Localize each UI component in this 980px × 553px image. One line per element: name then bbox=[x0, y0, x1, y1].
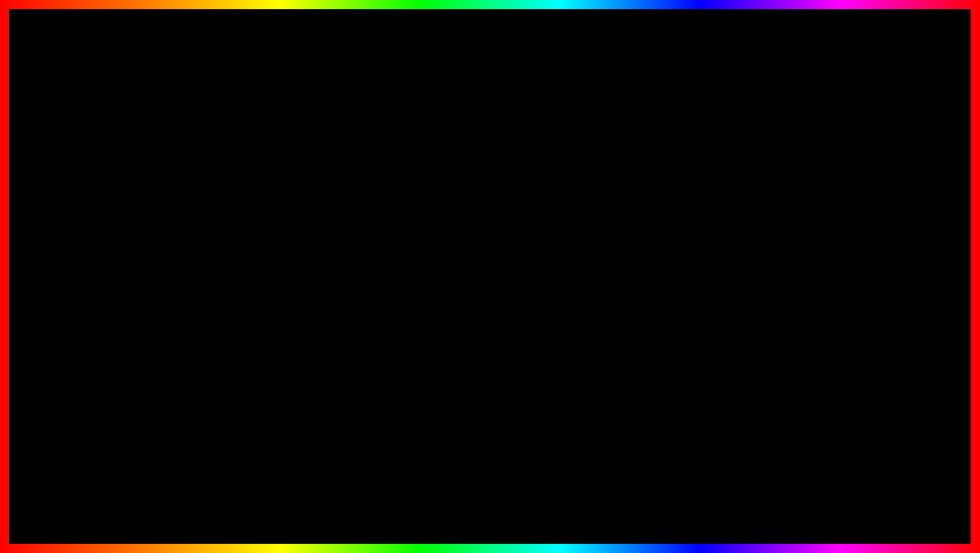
sidebar-item-teleport[interactable]: 📍 Teleport bbox=[47, 200, 102, 225]
spam-chevron: ∧ bbox=[928, 251, 932, 258]
mastery-option-checkbox[interactable]: ✓ bbox=[923, 232, 932, 241]
sidebar-label-v4-upgrade: V4 Upgrade bbox=[59, 266, 89, 272]
left-close-button[interactable]: ✕ bbox=[316, 158, 322, 166]
right-sidebar-main[interactable]: ◇ Main bbox=[656, 172, 711, 197]
right-label-main: Main bbox=[678, 187, 690, 193]
sidebar-item-shop[interactable]: 🛒 Shop bbox=[47, 276, 102, 301]
sword-icon: ⚔️ bbox=[70, 229, 80, 239]
right-sidebar: ◇ Main ▦ Status Server 🏠 Main Farm 📍 Tel… bbox=[656, 168, 712, 408]
teleport-icon: 📍 bbox=[70, 204, 80, 214]
logo-x-text: X bbox=[913, 471, 930, 500]
raid-icon: ⚡ bbox=[70, 331, 80, 340]
main-container: BLOX FRUITS Hirimi Hub X — ✕ 🏠 Main Farm… bbox=[0, 0, 980, 553]
sidebar-item-main-farm[interactable]: 🏠 Main Farm bbox=[47, 175, 102, 200]
right-panel-body: ◇ Main ▦ Status Server 🏠 Main Farm 📍 Tel… bbox=[656, 168, 938, 408]
left-panel-controls: — ✕ bbox=[304, 158, 322, 166]
mastery-option-row[interactable]: Mastery Farm Option ✓ bbox=[718, 227, 932, 246]
farm-selected-label: Farm Selected bbox=[109, 219, 152, 226]
chevron-icon: ∧ bbox=[318, 182, 323, 189]
main-title: BLOX FRUITS bbox=[0, 15, 980, 99]
right-label-webhook: Webhook bbox=[672, 363, 695, 369]
item2-badge: Material bbox=[198, 258, 216, 263]
sidebar-label-shop: Shop bbox=[68, 291, 81, 297]
logo-fruits-text: FRUITS bbox=[846, 500, 939, 528]
sidebar-label-raid: Raid bbox=[69, 342, 80, 348]
right-label-shop: Shop bbox=[677, 338, 691, 344]
right-sidebar-webhook[interactable]: 🔗 Webhook bbox=[656, 348, 711, 373]
right-sidebar-upgrade[interactable]: ⚔️ Upgrade Weapon bbox=[656, 272, 711, 297]
method-label: Choose Method To Farm bbox=[109, 182, 181, 189]
right-sidebar-status[interactable]: ▦ Status Server bbox=[656, 197, 711, 222]
right-username: Sky bbox=[679, 394, 688, 400]
right-panel: Hirimi Hub X — ✕ ◇ Main ▦ Status Server … bbox=[655, 150, 939, 409]
mastery-type-text: Devil Fruit bbox=[897, 179, 925, 186]
gear-icon: ⚙️ bbox=[70, 356, 80, 366]
spam-skill-row[interactable]: Spam Skill Option Z ∧ bbox=[718, 246, 932, 263]
sidebar-label-webhook: Webhook bbox=[62, 317, 86, 323]
left-user-avatar: 👤 Sky bbox=[47, 377, 102, 408]
mastery-type-row[interactable]: Type Mastery Farm Devil Fruit ∧ bbox=[718, 174, 932, 191]
health-input[interactable] bbox=[718, 209, 932, 222]
player-aura-row[interactable]: Player Aura bbox=[718, 273, 932, 292]
home2-icon: 🏠 bbox=[679, 226, 689, 236]
bottom-script-text: SCRIPT bbox=[418, 471, 616, 529]
sidebar-item-v4-upgrade[interactable]: ✦ V4 Upgrade bbox=[47, 251, 102, 276]
bottom-number: 20 bbox=[334, 462, 408, 538]
left-username: Sky bbox=[70, 398, 79, 404]
logo-skull-icon: ☠ bbox=[891, 473, 911, 499]
avatar-circle: 👤 bbox=[67, 382, 83, 398]
double-quest-label: Double Quest bbox=[109, 237, 149, 245]
weapon-type-text: Melee bbox=[299, 200, 315, 208]
sidebar-item-upgrade-weapon[interactable]: ⚔️ Upgrade Weapon bbox=[47, 225, 102, 251]
right-sidebar-teleport[interactable]: 📍 Teleport bbox=[656, 247, 711, 272]
right-sidebar-shop[interactable]: 🛒 Shop bbox=[656, 323, 711, 348]
sidebar-label-main-farm: Main Farm bbox=[61, 190, 88, 196]
svg-point-8 bbox=[151, 292, 156, 297]
sidebar-item-webhook[interactable]: 🔗 Webhook bbox=[47, 301, 102, 327]
left-main-content: Choose Method To Farm Level ∧ Select You… bbox=[103, 170, 329, 412]
monster-magnet-card[interactable]: Material x1 bbox=[109, 254, 187, 332]
double-quest-row[interactable]: Double Quest bbox=[109, 232, 323, 249]
right-sidebar-farm[interactable]: 🏠 Main Farm bbox=[656, 222, 711, 247]
sidebar-item-setting[interactable]: ⚙️ Setting bbox=[47, 352, 102, 377]
sidebar-label-upgrade-weapon: Upgrade Weapon bbox=[52, 240, 96, 247]
health-section: % Health to send skill bbox=[718, 191, 932, 227]
item2-count: x1 bbox=[198, 264, 204, 271]
right-sidebar-v4[interactable]: ✦ V4 Upgrade bbox=[656, 297, 711, 323]
left-panel-body: 🏠 Main Farm 📍 Teleport ⚔️ Upgrade Weapon… bbox=[47, 170, 329, 412]
health-label: % Health to send skill bbox=[718, 196, 932, 204]
mastery-chevron: ∧ bbox=[928, 179, 932, 186]
player-aura-label: Player Aura bbox=[718, 279, 752, 287]
sword2-icon: ⚔️ bbox=[679, 276, 689, 286]
item2-name: LeviathanHeart bbox=[217, 312, 248, 327]
left-panel-titlebar: Hirimi Hub X — ✕ bbox=[47, 153, 329, 170]
left-minimize-button[interactable]: — bbox=[304, 158, 311, 166]
webhook-icon: 🔗 bbox=[70, 305, 80, 315]
right-label-status: Status Server bbox=[668, 213, 699, 218]
farm-selected-checkbox[interactable] bbox=[315, 218, 323, 226]
right-minimize-button[interactable]: — bbox=[913, 155, 920, 163]
right-label-teleport: Teleport bbox=[674, 262, 694, 268]
star2-icon: ✦ bbox=[680, 301, 687, 311]
spam-skill-value: Z ∧ bbox=[921, 251, 932, 258]
weapon-type-row[interactable]: Select Your Weapon Type Melee ∧ bbox=[109, 195, 323, 213]
method-row[interactable]: Choose Method To Farm Level ∧ bbox=[109, 177, 323, 195]
right-label-v4: V4 Upgrade bbox=[669, 313, 699, 319]
items-row: Material x1 bbox=[109, 249, 323, 337]
farm-selected-row[interactable]: Farm Selected bbox=[109, 213, 323, 232]
link2-icon: 🔗 bbox=[679, 352, 689, 362]
mastery-type-label: Type Mastery Farm bbox=[718, 179, 775, 186]
spam-skill-text: Z bbox=[921, 251, 925, 258]
right-panel-controls: — ✕ bbox=[913, 155, 931, 163]
grid-icon: ▦ bbox=[680, 201, 688, 211]
diamond-icon: ◇ bbox=[681, 176, 687, 186]
left-sidebar: 🏠 Main Farm 📍 Teleport ⚔️ Upgrade Weapon… bbox=[47, 170, 103, 412]
player-aura-checkbox[interactable] bbox=[923, 278, 932, 287]
home-icon: 🏠 bbox=[70, 179, 80, 188]
player-arua-section: Player Arua bbox=[718, 263, 932, 273]
item1-count: x1 bbox=[113, 264, 119, 271]
double-quest-checkbox[interactable] bbox=[315, 236, 323, 245]
sidebar-item-raid[interactable]: ⚡ Raid bbox=[47, 327, 102, 352]
left-panel: Hirimi Hub X — ✕ 🏠 Main Farm 📍 Teleport … bbox=[46, 152, 330, 413]
right-close-button[interactable]: ✕ bbox=[925, 155, 931, 163]
